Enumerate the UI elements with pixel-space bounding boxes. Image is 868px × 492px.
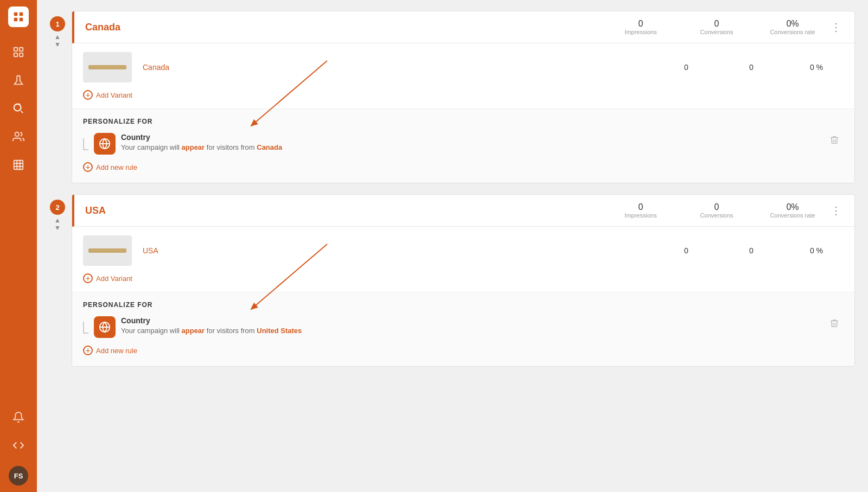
order-badge-2: 2 xyxy=(50,200,65,215)
trash-icon-usa xyxy=(829,318,839,328)
rule-connector-usa xyxy=(83,316,88,335)
add-rule-btn-canada[interactable]: + Add new rule xyxy=(83,162,844,172)
rule-content-usa: Country Your campaign will appear for vi… xyxy=(121,316,820,335)
main-content: 1 ▲ ▼ Canada 0 Impressions 0 Conversions xyxy=(37,0,868,492)
globe-icon-usa xyxy=(99,321,111,333)
card-title-usa: USA xyxy=(85,205,614,216)
add-variant-btn-canada[interactable]: + Add Variant xyxy=(83,90,844,100)
experience-card-canada: Canada 0 Impressions 0 Conversions 0% Co… xyxy=(72,11,855,183)
stat-conversion-rate-canada: 0% Conversions rate xyxy=(765,19,820,35)
order-up-1[interactable]: ▲ xyxy=(54,34,61,40)
order-arrows-2: ▲ ▼ xyxy=(54,217,61,231)
personalize-section-usa: PERSONALIZE FOR Country xyxy=(72,292,854,366)
experience-card-usa: USA 0 Impressions 0 Conversions 0% Conve… xyxy=(72,194,855,367)
experience-row-1: 1 ▲ ▼ Canada 0 Impressions 0 Conversions xyxy=(50,11,855,183)
conversion-rate-label-canada: Conversions rate xyxy=(765,29,820,35)
variant-name-usa[interactable]: USA xyxy=(143,246,648,255)
order-arrows-1: ▲ ▼ xyxy=(54,34,61,48)
sidebar-logo[interactable] xyxy=(8,7,29,27)
conversions-value-usa: 0 xyxy=(690,202,744,212)
rule-desc-canada: Your campaign will appear for visitors f… xyxy=(121,143,820,151)
rule-desc-usa: Your campaign will appear for visitors f… xyxy=(121,327,820,335)
card-menu-usa[interactable]: ⋮ xyxy=(828,203,844,218)
rule-desc-prefix-usa: Your campaign will xyxy=(121,327,182,335)
svg-rect-1 xyxy=(20,12,23,16)
sidebar: FS xyxy=(0,0,37,492)
conversions-label-canada: Conversions xyxy=(690,29,744,35)
rule-icon-box-canada xyxy=(94,133,116,155)
card-stats-canada: 0 Impressions 0 Conversions 0% Conversio… xyxy=(614,19,820,35)
add-variant-label-usa: Add Variant xyxy=(96,274,132,283)
rule-connector-line-usa xyxy=(83,322,88,334)
rule-location-bold-usa: United States xyxy=(257,327,302,335)
sidebar-item-table[interactable] xyxy=(7,153,30,177)
experience-order-1: 1 ▲ ▼ xyxy=(50,11,65,48)
impressions-label-canada: Impressions xyxy=(614,29,668,35)
variant-thumb-inner-canada xyxy=(88,65,126,69)
rule-icon-box-usa xyxy=(94,316,116,338)
rule-desc-prefix-canada: Your campaign will xyxy=(121,143,182,151)
svg-rect-2 xyxy=(14,18,17,21)
variant-thumb-usa xyxy=(83,235,132,266)
rule-name-usa: Country xyxy=(121,316,820,325)
add-variant-icon-usa: + xyxy=(83,273,93,283)
add-rule-btn-usa[interactable]: + Add new rule xyxy=(83,346,844,355)
sidebar-item-experiments[interactable] xyxy=(7,68,30,92)
stat-conversions-canada: 0 Conversions xyxy=(690,19,744,35)
card-stats-usa: 0 Impressions 0 Conversions 0% Conversio… xyxy=(614,202,820,219)
personalize-section-canada: PERSONALIZE FOR Country xyxy=(72,109,854,183)
variant-section-canada: Canada 0 0 0 % xyxy=(72,43,854,109)
variant-section-usa: USA 0 0 0 % xyxy=(72,227,854,292)
variant-impressions-usa: 0 xyxy=(659,246,713,255)
order-down-1[interactable]: ▼ xyxy=(54,41,61,48)
rule-location-bold-canada: Canada xyxy=(257,143,282,151)
conversion-rate-value-usa: 0% xyxy=(765,202,820,212)
rule-desc-middle-canada: for visitors from xyxy=(205,143,257,151)
trash-icon-canada xyxy=(829,135,839,145)
svg-rect-3 xyxy=(20,18,23,21)
variant-thumb-canada xyxy=(83,52,132,82)
avatar[interactable]: FS xyxy=(9,466,28,485)
variant-conversions-usa: 0 xyxy=(724,246,778,255)
rule-delete-btn-canada[interactable] xyxy=(825,133,844,150)
variant-rate-usa: 0 % xyxy=(789,246,844,255)
stat-conversion-rate-usa: 0% Conversions rate xyxy=(765,202,820,219)
conversions-value-canada: 0 xyxy=(690,19,744,29)
stat-impressions-usa: 0 Impressions xyxy=(614,202,668,219)
variant-rate-canada: 0 % xyxy=(789,63,844,72)
add-rule-icon-usa: + xyxy=(83,346,93,355)
variant-row-canada-0: Canada 0 0 0 % xyxy=(83,52,844,82)
svg-rect-7 xyxy=(20,53,23,56)
experience-row-2: 2 ▲ ▼ USA 0 Impressions 0 Conversions xyxy=(50,194,855,367)
order-down-2[interactable]: ▼ xyxy=(54,225,61,231)
sidebar-item-analytics[interactable] xyxy=(7,97,30,120)
add-variant-icon-canada: + xyxy=(83,90,93,100)
variant-name-canada[interactable]: Canada xyxy=(143,63,648,72)
impressions-value-canada: 0 xyxy=(614,19,668,29)
svg-rect-6 xyxy=(14,53,17,56)
sidebar-item-dashboard[interactable] xyxy=(7,40,30,64)
experience-order-2: 2 ▲ ▼ xyxy=(50,194,65,231)
svg-rect-0 xyxy=(14,12,17,16)
variant-row-usa-0: USA 0 0 0 % xyxy=(83,235,844,266)
add-variant-btn-usa[interactable]: + Add Variant xyxy=(83,273,844,283)
svg-point-9 xyxy=(15,132,19,136)
variant-impressions-canada: 0 xyxy=(659,63,713,72)
svg-rect-5 xyxy=(20,48,23,51)
add-rule-label-canada: Add new rule xyxy=(96,163,137,171)
personalize-title-canada: PERSONALIZE FOR xyxy=(83,118,844,125)
order-up-2[interactable]: ▲ xyxy=(54,217,61,223)
rule-row-canada-0: Country Your campaign will appear for vi… xyxy=(83,133,844,155)
card-header-canada: Canada 0 Impressions 0 Conversions 0% Co… xyxy=(72,11,854,43)
globe-icon-canada xyxy=(99,138,111,150)
variant-conversions-canada: 0 xyxy=(724,63,778,72)
sidebar-item-code[interactable] xyxy=(7,433,30,457)
add-rule-label-usa: Add new rule xyxy=(96,347,137,355)
sidebar-item-users[interactable] xyxy=(7,125,30,149)
sidebar-item-notifications[interactable] xyxy=(7,405,30,429)
personalize-title-usa: PERSONALIZE FOR xyxy=(83,301,844,309)
rule-delete-btn-usa[interactable] xyxy=(825,316,844,333)
order-badge-1: 1 xyxy=(50,16,65,31)
impressions-label-usa: Impressions xyxy=(614,212,668,219)
card-menu-canada[interactable]: ⋮ xyxy=(828,20,844,35)
